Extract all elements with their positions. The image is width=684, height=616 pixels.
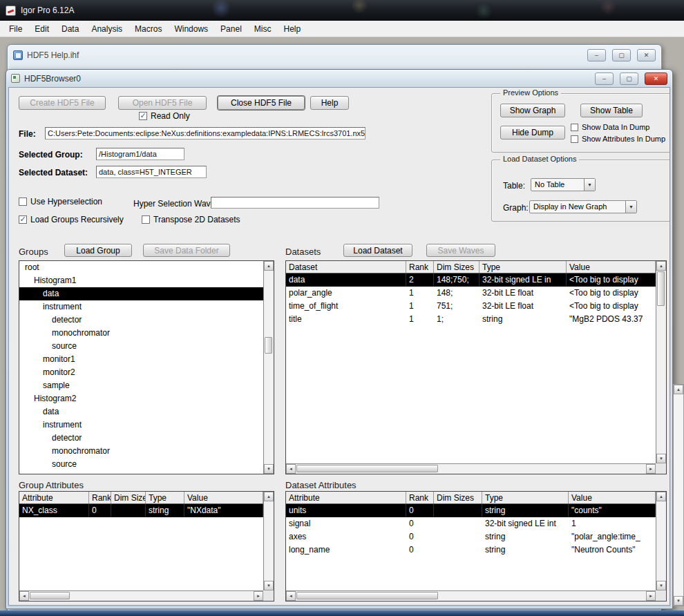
tree-item-detector[interactable]: detector — [19, 314, 263, 327]
tree-item-source[interactable]: source — [19, 340, 263, 353]
help-minimize-button[interactable]: – — [587, 49, 606, 61]
menu-item-macros[interactable]: Macros — [129, 21, 168, 37]
table-row-units[interactable]: units0string"counts" — [286, 504, 656, 517]
help-file-icon — [13, 50, 23, 60]
datasets-horizontal-scrollbar[interactable]: ◄ ► — [286, 463, 656, 474]
tree-item-data[interactable]: data — [19, 287, 263, 300]
datasets-vertical-scrollbar[interactable]: ▲ ▼ — [656, 261, 666, 463]
table-cell: string — [482, 543, 569, 557]
show-data-in-dump-label: Show Data In Dump — [582, 123, 649, 131]
read-only-checkbox[interactable]: ✓ Read Only — [139, 111, 190, 121]
graph-popup-menu[interactable]: Display in New Graph ▼ — [529, 200, 637, 213]
scroll-up-icon[interactable]: ▲ — [264, 261, 274, 271]
menu-item-panel[interactable]: Panel — [214, 21, 248, 37]
group-attributes-panel: AttributeRankDim SizesTypeValueNX_class0… — [19, 491, 274, 601]
load-groups-recursively-checkbox[interactable]: ✓ Load Groups Recursively — [19, 215, 124, 224]
scroll-up-icon[interactable]: ▲ — [264, 492, 274, 501]
scroll-down-icon[interactable]: ▼ — [264, 581, 274, 590]
scroll-down-icon[interactable]: ▼ — [264, 464, 274, 474]
scroll-right-icon[interactable]: ► — [254, 591, 263, 601]
help-window-titlebar[interactable]: HDF5 Help.ihf – ▢ ✕ — [8, 45, 661, 66]
scroll-right-icon[interactable]: ► — [646, 591, 656, 601]
show-data-in-dump-checkbox[interactable]: Show Data In Dump — [571, 123, 649, 131]
selected-dataset-box: data, class=H5T_INTEGER — [96, 166, 207, 178]
scroll-left-icon[interactable]: ◄ — [286, 591, 296, 601]
table-row-title[interactable]: title11;string"MgB2 PDOS 43.37 — [286, 313, 656, 326]
dataset-attributes-horizontal-scrollbar[interactable]: ◄ ► — [286, 590, 656, 601]
browser-maximize-button[interactable]: ▢ — [620, 73, 638, 85]
tree-item-monitor1[interactable]: monitor1 — [19, 353, 263, 366]
scrollbar-thumb[interactable] — [657, 271, 665, 306]
scroll-down-icon[interactable]: ▼ — [656, 454, 666, 463]
show-table-button[interactable]: Show Table — [580, 104, 643, 117]
table-row-signal[interactable]: signal032-bit signed LE int1 — [286, 517, 656, 530]
tree-item-instrument[interactable]: instrument — [19, 300, 263, 314]
menu-item-misc[interactable]: Misc — [248, 21, 278, 37]
use-hyperselection-checkbox[interactable]: Use Hyperselection — [19, 197, 102, 206]
browser-minimize-button[interactable]: – — [595, 73, 614, 85]
scroll-up-icon[interactable]: ▲ — [674, 385, 683, 394]
save-data-folder-button[interactable]: Save Data Folder — [143, 244, 230, 257]
show-graph-button[interactable]: Show Graph — [500, 104, 565, 117]
help-window-scrollbar[interactable]: ▲ ▼ — [673, 384, 684, 606]
table-row-data[interactable]: data2148;750;32-bit signed LE in<Too big… — [286, 273, 656, 287]
menu-item-data[interactable]: Data — [55, 21, 85, 37]
scroll-left-icon[interactable]: ◄ — [286, 464, 296, 474]
menu-item-windows[interactable]: Windows — [168, 21, 214, 37]
hide-dump-button[interactable]: Hide Dump — [500, 126, 565, 139]
scroll-up-icon[interactable]: ▲ — [656, 492, 666, 501]
scroll-up-icon[interactable]: ▲ — [656, 261, 666, 271]
transpose-2d-datasets-checkbox[interactable]: Transpose 2D Datasets — [142, 215, 240, 224]
tree-item-source[interactable]: source — [19, 458, 263, 471]
browser-titlebar[interactable]: HDF5Browser0 – ▢ ✕ — [6, 70, 672, 87]
scroll-right-icon[interactable]: ► — [646, 464, 656, 474]
tree-item-Histogram1[interactable]: Histogram1 — [19, 274, 263, 287]
scrollbar-thumb[interactable] — [30, 592, 70, 599]
browser-close-button[interactable]: ✕ — [645, 73, 667, 85]
open-hdf5-file-button[interactable]: Open HDF5 File — [118, 96, 207, 110]
table-cell: 751; — [434, 300, 479, 313]
menu-item-help[interactable]: Help — [277, 21, 307, 37]
help-button[interactable]: Help — [310, 96, 349, 110]
table-row-time_of_flight[interactable]: time_of_flight1751;32-bit LE float<Too b… — [286, 300, 656, 313]
tree-item-Histogram2[interactable]: Histogram2 — [19, 392, 263, 405]
scroll-left-icon[interactable]: ◄ — [19, 591, 29, 601]
tree-item-root[interactable]: root — [19, 261, 263, 274]
table-popup-menu[interactable]: No Table ▼ — [531, 178, 596, 191]
dataset-attributes-vertical-scrollbar[interactable]: ▲ ▼ — [656, 492, 666, 590]
group-attributes-horizontal-scrollbar[interactable]: ◄ ► — [19, 590, 263, 601]
table-row-axes[interactable]: axes0string"polar_angle:time_ — [286, 530, 656, 543]
scroll-down-icon[interactable]: ▼ — [674, 596, 683, 606]
show-attributes-in-dump-checkbox[interactable]: Show Attributes In Dump — [571, 135, 665, 143]
tree-item-monochromator[interactable]: monochromator — [19, 327, 263, 340]
menu-item-edit[interactable]: Edit — [28, 21, 55, 37]
menu-item-file[interactable]: File — [3, 21, 28, 37]
table-row-NX_class[interactable]: NX_class0string"NXdata" — [19, 504, 263, 517]
table-row-long_name[interactable]: long_name0string"Neutron Counts" — [286, 543, 656, 557]
hyper-selection-wave-input[interactable] — [211, 197, 379, 209]
menu-item-analysis[interactable]: Analysis — [85, 21, 129, 37]
tree-item-detector[interactable]: detector — [19, 432, 263, 445]
group-attributes-vertical-scrollbar[interactable]: ▲ ▼ — [263, 492, 274, 590]
tree-item-data[interactable]: data — [19, 405, 263, 418]
help-maximize-button[interactable]: ▢ — [612, 49, 631, 61]
help-close-button[interactable]: ✕ — [637, 49, 656, 61]
scrollbar-thumb[interactable] — [296, 592, 438, 599]
tree-item-monitor2[interactable]: monitor2 — [19, 366, 263, 379]
checkbox-box: ✓ — [19, 215, 27, 224]
scrollbar-thumb[interactable] — [296, 465, 438, 472]
scroll-down-icon[interactable]: ▼ — [656, 581, 666, 590]
table-row-polar_angle[interactable]: polar_angle1148;32-bit LE float<Too big … — [286, 287, 656, 300]
app-titlebar: Igor Pro 6.12A — [0, 0, 684, 21]
save-waves-button[interactable]: Save Waves — [426, 244, 495, 257]
load-dataset-button[interactable]: Load Dataset — [343, 244, 412, 257]
create-hdf5-file-button[interactable]: Create HDF5 File — [19, 96, 106, 110]
tree-item-monochromator[interactable]: monochromator — [19, 445, 263, 458]
scrollbar-thumb[interactable] — [265, 337, 272, 354]
load-group-button[interactable]: Load Group — [64, 244, 132, 257]
tree-item-sample[interactable]: sample — [19, 379, 263, 392]
close-hdf5-file-button[interactable]: Close HDF5 File — [218, 96, 305, 110]
groups-vertical-scrollbar[interactable]: ▲ ▼ — [263, 261, 274, 474]
tree-item-instrument[interactable]: instrument — [19, 418, 263, 432]
dropdown-arrow-icon: ▼ — [584, 179, 595, 191]
